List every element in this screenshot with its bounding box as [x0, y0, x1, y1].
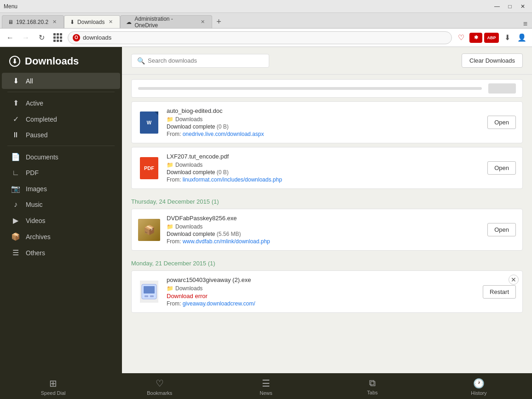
download-folder-dvd: 📁 Downloads — [167, 223, 481, 230]
tab-192-favicon: 🖥 — [8, 19, 13, 25]
tab-stack-icon[interactable]: ≡ — [520, 20, 530, 28]
content-area: 🔍 Clear Downloads W auto_biog-edited.doc — [122, 47, 532, 373]
sidebar-item-videos[interactable]: ▶ Videos — [2, 212, 120, 229]
menu-label[interactable]: Menu — [4, 3, 17, 10]
download-status-dvd: Download complete (5.56 MB) — [167, 231, 481, 237]
address-text: downloads — [83, 34, 447, 41]
minimize-button[interactable]: — — [492, 2, 503, 11]
tab-onedrive[interactable]: ☁ Administration - OneDrive ✕ — [120, 15, 212, 28]
search-box[interactable]: 🔍 — [131, 54, 269, 68]
tabs-icon: ⧉ — [369, 378, 376, 388]
forward-button[interactable]: → — [19, 31, 32, 44]
speeddial-label: Speed Dial — [41, 390, 66, 396]
sidebar-header: ⬇ Downloads — [0, 47, 122, 73]
bookmarks-label: Bookmarks — [147, 390, 172, 396]
close-button[interactable]: ✕ — [517, 2, 528, 11]
pdf-icon: ∟ — [11, 169, 20, 177]
downloads-list: W auto_biog-edited.doc 📁 Downloads Downl… — [122, 75, 532, 373]
download-indicator-button[interactable]: ⬇ — [501, 31, 514, 44]
bottom-nav-speeddial[interactable]: ⊞ Speed Dial — [0, 373, 106, 399]
word-file-icon: W — [138, 110, 160, 135]
images-icon: 📷 — [11, 184, 20, 193]
date-header-monday: Monday, 21 December 2015 (1) — [131, 254, 523, 270]
sidebar-item-images-label: Images — [26, 185, 47, 193]
bottom-nav-bookmarks[interactable]: ♡ Bookmarks — [106, 373, 213, 399]
tab-downloads-close[interactable]: ✕ — [107, 18, 114, 25]
svg-rect-3 — [150, 295, 154, 297]
download-info-word: auto_biog-edited.doc 📁 Downloads Downloa… — [167, 107, 481, 137]
dvd-file-thumb: 📦 — [138, 217, 160, 243]
extension1-button[interactable]: ✱ — [469, 33, 482, 43]
clear-downloads-button[interactable]: Clear Downloads — [462, 53, 523, 68]
apps-button[interactable] — [51, 30, 65, 45]
new-tab-button[interactable]: + — [212, 15, 225, 28]
search-input[interactable] — [148, 57, 263, 64]
address-input-wrap[interactable]: O downloads — [68, 31, 452, 44]
tab-192[interactable]: 🖥 192.168.20.2 ✕ — [2, 15, 64, 28]
content-header: 🔍 Clear Downloads — [122, 47, 532, 75]
videos-icon: ▶ — [11, 216, 20, 225]
restart-button-exe[interactable]: Restart — [483, 285, 516, 299]
download-info-dvd: DVDFabPasskey8256.exe 📁 Downloads Downlo… — [167, 215, 481, 245]
sidebar-item-images[interactable]: 📷 Images — [2, 181, 120, 197]
svg-rect-2 — [145, 295, 148, 297]
download-item-word: W auto_biog-edited.doc 📁 Downloads Downl… — [131, 101, 523, 143]
sidebar-item-archives-label: Archives — [26, 233, 51, 241]
truncated-btn — [488, 83, 516, 94]
sidebar-item-active[interactable]: ⬆ Active — [2, 95, 120, 111]
news-label: News — [260, 390, 272, 396]
back-button[interactable]: ← — [4, 31, 17, 44]
folder-icon-pdf: 📁 — [167, 162, 173, 168]
title-bar: Menu — □ ✕ — [0, 0, 532, 13]
adblock-button[interactable]: ABP — [484, 33, 499, 43]
window-controls: — □ ✕ — [492, 2, 528, 11]
download-name-exe: powarc150403giveaway (2).exe — [167, 276, 476, 283]
profile-button[interactable]: 👤 — [515, 31, 528, 44]
open-button-pdf[interactable]: Open — [487, 161, 516, 175]
dismiss-button-exe[interactable]: ✕ — [509, 275, 519, 285]
tab-onedrive-label: Administration - OneDrive — [134, 16, 197, 29]
exe-icon — [140, 281, 158, 303]
tab-downloads-label: Downloads — [77, 19, 104, 25]
downloads-header-icon: ⬇ — [9, 56, 20, 67]
sidebar-item-pdf[interactable]: ∟ PDF — [2, 165, 120, 181]
bottom-nav-news[interactable]: ☰ News — [213, 373, 319, 399]
word-icon: W — [140, 111, 158, 134]
sidebar-item-paused[interactable]: ⏸ Paused — [2, 127, 120, 143]
speeddial-icon: ⊞ — [49, 378, 57, 389]
pdf-file-icon: PDF — [138, 155, 160, 181]
open-button-word[interactable]: Open — [487, 116, 516, 129]
tab-onedrive-favicon: ☁ — [126, 19, 132, 25]
bottom-nav-tabs[interactable]: ⧉ Tabs — [319, 373, 426, 399]
tab-onedrive-close[interactable]: ✕ — [199, 18, 206, 25]
sidebar-item-archives[interactable]: 📦 Archives — [2, 229, 120, 245]
sidebar-item-music[interactable]: ♪ Music — [2, 197, 120, 212]
tab-192-close[interactable]: ✕ — [51, 18, 58, 25]
download-status-word: Download complete (0 B) — [167, 123, 481, 130]
sidebar-item-documents-label: Documents — [26, 153, 58, 161]
sidebar-item-others[interactable]: ☰ Others — [2, 245, 120, 261]
favorites-button[interactable]: ♡ — [455, 31, 468, 44]
refresh-button[interactable]: ↻ — [35, 31, 48, 44]
download-item-pdf: PDF LXF207.tut_encode.pdf 📁 Downloads Do… — [131, 147, 523, 189]
download-folder-exe: 📁 Downloads — [167, 285, 476, 292]
sidebar-item-completed-label: Completed — [26, 116, 57, 123]
sidebar-divider-2 — [7, 146, 115, 146]
sidebar-item-completed[interactable]: ✓ Completed — [2, 111, 120, 127]
sidebar-item-music-label: Music — [26, 201, 43, 208]
bottom-nav-history[interactable]: 🕐 History — [426, 373, 532, 399]
sidebar-item-pdf-label: PDF — [26, 169, 39, 176]
sidebar-item-paused-label: Paused — [26, 131, 47, 139]
open-button-dvd[interactable]: Open — [487, 223, 516, 236]
sidebar-item-documents[interactable]: 📄 Documents — [2, 149, 120, 165]
sidebar-item-all[interactable]: ⬇ All — [2, 73, 120, 89]
sidebar-item-others-label: Others — [26, 249, 45, 257]
download-name-dvd: DVDFabPasskey8256.exe — [167, 215, 481, 222]
download-folder-word: 📁 Downloads — [167, 116, 481, 123]
maximize-button[interactable]: □ — [504, 2, 515, 11]
opera-logo: O — [73, 34, 80, 41]
download-name-word: auto_biog-edited.doc — [167, 107, 481, 114]
tab-downloads[interactable]: ⬇ Downloads ✕ — [64, 15, 120, 28]
music-icon: ♪ — [11, 200, 20, 209]
sidebar-item-videos-label: Videos — [26, 217, 46, 224]
